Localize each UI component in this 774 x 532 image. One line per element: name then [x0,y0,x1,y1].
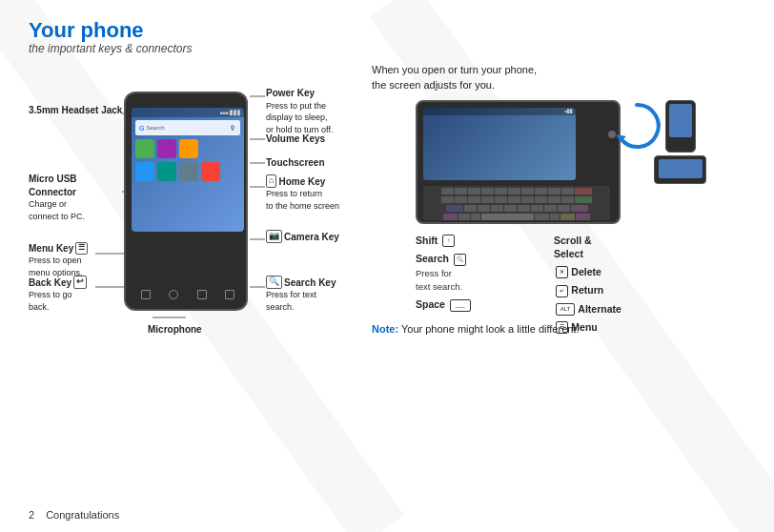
key-slash [558,205,570,212]
slide-keyboard [423,186,610,220]
page-number: 2 [29,509,34,521]
key-t [495,188,507,194]
key-x [478,205,490,212]
key-l [548,196,560,203]
home-key-icon: ⌂ [266,174,276,188]
search-key-icon: 🔍 [266,276,282,289]
shift-icon: ↑ [442,235,455,247]
key-alt3 [576,214,590,220]
status-bar: ■■■ ▊▊▊ [132,108,244,117]
key-z [464,205,477,212]
app-icons-row1 [135,139,240,158]
nav-search [225,290,234,299]
phone-nav-bar [132,286,244,303]
search-icon: 🔍 [454,254,466,266]
key-f [481,196,494,203]
key-p [561,188,574,194]
camera-key-label: 📷 Camera Key [266,230,339,243]
market-icon [179,139,198,158]
key-j [521,196,534,203]
left-phone-body: ■■■ ▊▊▊ G Search 🎙 [124,92,248,311]
camera-icon: 📷 [266,230,282,243]
touchscreen-label: Touchscreen [266,156,325,169]
key-u [521,188,534,194]
key-menu2 [560,214,575,220]
key-at [471,214,480,220]
footer: 2 Congratulations [29,509,119,521]
key-i [535,188,547,194]
key-return [575,196,592,203]
nav-back [141,290,151,299]
contacts-icon [157,162,176,181]
key-search2 [458,214,470,220]
left-column: ■■■ ▊▊▊ G Search 🎙 [29,63,353,363]
space-icon: ___ [450,299,471,312]
page: Your phone the important keys & connecto… [0,0,774,532]
return-label: ↵ Return [554,283,702,297]
messaging-icon [135,139,154,158]
key-shift [446,205,463,212]
page-title: Your phone [29,19,745,42]
page-header: Your phone the important keys & connecto… [29,19,745,55]
headset-jack-label: 3.5mm Headset Jack [29,104,122,116]
nav-home [169,290,178,299]
key-m [544,205,557,212]
key-del [575,188,592,194]
key-b [518,205,530,212]
delete-label: ✕ Delete [554,265,702,278]
back-key-icon: ↩ [73,276,87,289]
key-alt2 [443,214,458,220]
back-key-label: Back Key ↩ Press to goback. [29,276,87,313]
search-key-label: 🔍 Search Key Press for textsearch. [266,276,336,313]
app-icons-row2 [135,162,240,181]
key-y [508,188,520,194]
volume-keys-label: Volume Keys [266,133,325,145]
search-label: Search 🔍 Press fortext search. [416,252,540,293]
left-phone-screen: ■■■ ▊▊▊ G Search 🎙 [132,108,244,232]
key-e [468,188,480,194]
section-label: Congratulations [46,509,119,521]
kbd-row-1 [423,186,610,194]
key-o [548,188,560,194]
google-bar: G Search 🎙 [135,120,240,135]
kbd-row-4 [423,212,610,220]
menu-key-label: Menu Key ☰ Press to openmenu options. [29,242,88,278]
slide-phone-screen: ■▊▊ [423,108,576,180]
google-logo: G [139,125,144,132]
right-column: When you open or turn your phone, the sc… [372,63,745,363]
landscape-screen [659,159,703,178]
dialer-icon [179,162,198,181]
phone-icon [135,162,154,181]
key-w [455,188,467,194]
key-s [455,196,467,203]
alt-icon: ALT [556,303,575,316]
key-d [468,196,480,203]
maps-icon [201,162,220,181]
key-sym [535,214,549,220]
slide-phone-body: ■▊▊ [416,100,621,224]
key-question [561,196,574,203]
nav-menu [197,290,207,299]
scroll-select-label: Scroll &Select [554,234,702,260]
return-icon: ↵ [556,285,568,297]
page-subtitle: the important keys & connectors [29,42,745,55]
kbd-row-3 [423,203,610,212]
key-r [481,188,494,194]
portrait-screen [669,104,692,137]
right-phone-diagram: ■▊▊ [411,100,706,286]
key-g [495,196,507,203]
landscape-phone [654,155,706,184]
key-h [508,196,520,203]
key-q [441,188,454,194]
power-key-label: Power Key Press to put thedisplay to sle… [266,87,333,135]
visual-voicemail-icon [157,139,176,158]
key-n [531,205,543,212]
kbd-row-2 [423,194,610,203]
key-alt [571,205,588,212]
mic-icon: 🎙 [230,125,236,132]
micro-usb-label: Micro USBConnector Charge orconnect to P… [29,173,120,222]
space-label: Space ___ [416,297,540,311]
note-text: Note: Your phone might look a little dif… [372,323,579,335]
microphone-label: Microphone [148,323,202,336]
slide-status-bar: ■▊▊ [423,108,576,115]
